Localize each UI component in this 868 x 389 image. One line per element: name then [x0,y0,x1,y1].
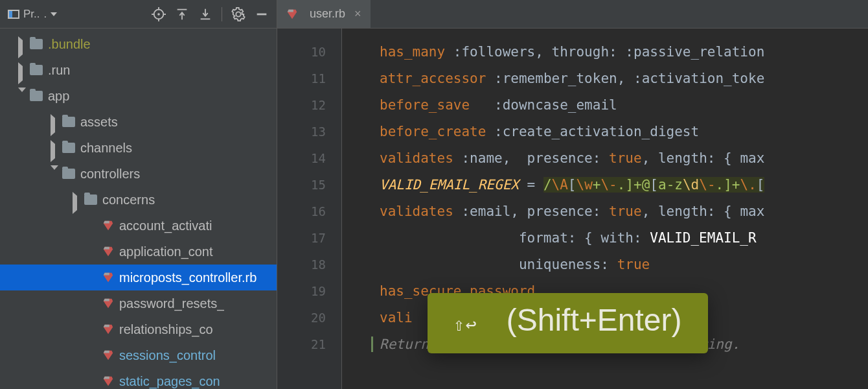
chevron-icon[interactable] [18,40,26,48]
target-icon[interactable] [152,7,166,21]
tree-item[interactable]: microposts_controller.rb [0,265,277,290]
chevron-icon[interactable] [51,144,58,152]
chevron-icon[interactable] [91,377,98,385]
folder-icon [62,117,75,127]
chevron-icon[interactable] [91,248,98,255]
svg-point-1 [158,14,159,15]
project-icon [8,10,19,19]
chevron-icon[interactable] [91,300,98,307]
tree-item[interactable]: concerns [0,187,277,213]
tree-item-label: static_pages_con [119,374,220,389]
chevron-icon[interactable] [91,325,98,333]
tree-item[interactable]: controllers [0,161,277,187]
code-line[interactable]: attr_accessor :remember_token, :activati… [380,65,868,92]
tree-item[interactable]: static_pages_con [0,368,277,389]
tree-item[interactable]: account_activati [0,213,277,239]
code-line[interactable]: uniqueness: true [380,252,868,278]
tree-item-label: .run [48,63,70,78]
line-number: 12 [277,92,326,119]
tree-item[interactable]: app [0,83,277,109]
code-line[interactable]: VALID_EMAIL_REGEX = /\A[\w+\-.]+@[a-z\d\… [380,172,868,198]
code-line[interactable]: has_many :followers, through: :passive_r… [380,39,868,65]
tree-item-label: app [48,89,69,104]
tree-item[interactable]: .run [0,57,277,83]
chevron-icon[interactable] [18,92,26,100]
chevron-icon[interactable] [73,196,80,204]
ruby-file-icon [102,349,114,361]
line-gutter: 101112131415161718192021 [277,29,342,389]
line-number: 21 [277,331,326,358]
editor-tab-bar: user.rb × [277,0,868,29]
sidebar-toolbar: Pr.. . [0,0,277,29]
chevron-icon[interactable] [18,66,26,74]
tab-filename: user.rb [310,7,345,21]
folder-icon [62,143,75,153]
chevron-icon[interactable] [91,351,98,359]
tree-item-label: microposts_controller.rb [119,270,257,285]
tree-item-label: assets [80,115,118,130]
line-number: 20 [277,305,326,331]
folder-icon [30,91,43,101]
tree-item-label: channels [80,141,132,156]
line-number: 11 [277,65,326,92]
line-number: 17 [277,225,326,252]
tree-item[interactable]: channels [0,135,277,161]
chevron-down-icon [51,12,57,16]
keymap-label: (Shift+Enter) [507,302,682,338]
tree-item[interactable]: .bundle [0,31,277,57]
ruby-file-icon [102,375,114,387]
tree-item-label: controllers [80,167,140,182]
ruby-file-icon [102,220,114,231]
folder-icon [84,194,97,205]
tree-item[interactable]: sessions_control [0,342,277,368]
project-label: Pr.. [23,8,40,21]
minimize-icon[interactable] [255,7,269,21]
chevron-icon[interactable] [91,274,98,281]
ruby-file-icon [102,324,114,335]
tree-item-label: password_resets_ [119,296,224,311]
gear-icon[interactable] [231,7,246,21]
code-line[interactable]: validates :name, presence: true, length:… [380,145,868,172]
line-number: 16 [277,198,326,225]
folder-icon [30,65,43,75]
line-number: 18 [277,252,326,278]
ruby-file-icon [286,8,298,20]
folder-icon [62,169,75,179]
project-selector[interactable]: Pr.. . [4,6,61,22]
line-number: 19 [277,278,326,305]
expand-icon[interactable] [198,7,212,21]
project-tree[interactable]: .bundle.runappassetschannelscontrollersc… [0,29,277,389]
keymap-keys: ⇧↩ [453,314,478,335]
chevron-icon[interactable] [51,118,58,126]
keymap-overlay: ⇧↩ (Shift+Enter) [428,293,708,353]
tree-item-label: account_activati [119,218,212,233]
tree-item[interactable]: password_resets_ [0,290,277,316]
tree-item[interactable]: application_cont [0,239,277,265]
tree-item[interactable]: relationships_co [0,316,277,342]
line-number: 14 [277,145,326,172]
project-label-ellipsis: . [44,8,47,21]
code-line[interactable]: format: { with: VALID_EMAIL_R [380,225,868,252]
tree-item-label: application_cont [119,244,213,259]
chevron-icon[interactable] [91,222,98,230]
ruby-file-icon [102,272,114,283]
line-number: 10 [277,39,326,65]
ruby-file-icon [102,246,114,257]
code-line[interactable]: validates :email, presence: true, length… [380,198,868,225]
chevron-icon[interactable] [51,170,58,178]
line-number: 13 [277,119,326,145]
tree-item-label: relationships_co [119,322,213,337]
separator [222,7,222,21]
tree-item-label: concerns [102,193,155,207]
tree-item-label: .bundle [48,37,91,52]
tree-item[interactable]: assets [0,109,277,135]
line-number: 15 [277,172,326,198]
close-icon[interactable]: × [352,7,364,21]
code-line[interactable]: before_create :create_activation_digest [380,119,868,145]
editor-tab[interactable]: user.rb × [277,0,371,28]
folder-icon [30,39,43,49]
collapse-icon[interactable] [175,7,189,21]
tree-item-label: sessions_control [119,348,216,363]
code-line[interactable]: before_save :downcase_email [380,92,868,119]
ruby-file-icon [102,298,114,309]
